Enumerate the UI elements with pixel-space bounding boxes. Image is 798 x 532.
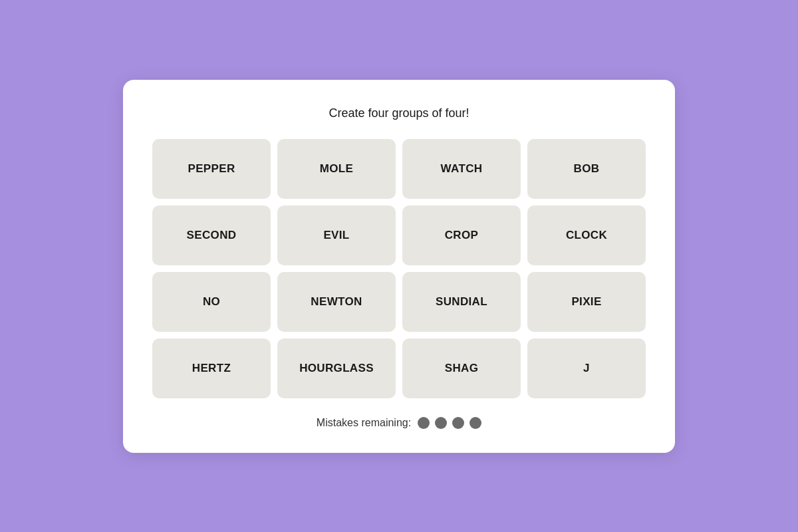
word-card-j[interactable]: J xyxy=(527,338,646,398)
mistakes-section: Mistakes remaining: xyxy=(152,417,646,429)
word-grid: PEPPER MOLE WATCH BOB SECOND EVIL CROP C… xyxy=(152,139,646,398)
mistakes-label: Mistakes remaining: xyxy=(317,417,411,429)
word-card-pepper[interactable]: PEPPER xyxy=(152,139,271,199)
word-card-hourglass[interactable]: HOURGLASS xyxy=(277,338,396,398)
word-card-sundial[interactable]: SUNDIAL xyxy=(402,272,521,332)
word-card-clock[interactable]: CLOCK xyxy=(527,205,646,265)
word-card-shag[interactable]: SHAG xyxy=(402,338,521,398)
word-card-no[interactable]: NO xyxy=(152,272,271,332)
word-card-mole[interactable]: MOLE xyxy=(277,139,396,199)
word-card-bob[interactable]: BOB xyxy=(527,139,646,199)
word-card-pixie[interactable]: PIXIE xyxy=(527,272,646,332)
word-card-hertz[interactable]: HERTZ xyxy=(152,338,271,398)
mistake-dot-1 xyxy=(418,417,430,429)
word-card-evil[interactable]: EVIL xyxy=(277,205,396,265)
word-card-second[interactable]: SECOND xyxy=(152,205,271,265)
word-card-crop[interactable]: CROP xyxy=(402,205,521,265)
game-container: Create four groups of four! PEPPER MOLE … xyxy=(123,80,675,453)
mistake-dot-2 xyxy=(435,417,447,429)
word-card-watch[interactable]: WATCH xyxy=(402,139,521,199)
mistake-dot-3 xyxy=(452,417,464,429)
mistake-dot-4 xyxy=(469,417,481,429)
mistakes-dots xyxy=(418,417,481,429)
word-card-newton[interactable]: NEWTON xyxy=(277,272,396,332)
game-title: Create four groups of four! xyxy=(152,106,646,120)
